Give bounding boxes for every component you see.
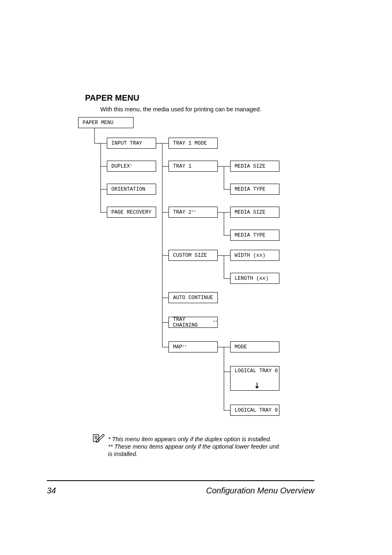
menu-tray-chaining: TRAY CHAINING**	[168, 317, 218, 328]
menu-root: PAPER MENU	[78, 117, 134, 128]
menu-duplex: DUPLEX*	[107, 161, 156, 172]
menu-length: LENGTH (xx)	[230, 273, 279, 284]
menu-tray-chaining-label: TRAY CHAINING	[173, 317, 213, 328]
menu-duplex-label: DUPLEX	[111, 164, 130, 169]
footer-title: Configuration Menu Overview	[206, 486, 314, 495]
svg-rect-27	[93, 435, 99, 442]
map-sup: **	[182, 345, 187, 349]
menu-map-label: MAP	[173, 344, 182, 350]
tray-chaining-sup: **	[213, 320, 217, 325]
menu-custom-size: CUSTOM SIZE	[168, 250, 218, 261]
menu-width: WIDTH (xx)	[230, 250, 279, 261]
menu-orientation: ORIENTATION	[107, 184, 156, 195]
menu-auto-continue: AUTO CONTINUE	[168, 292, 218, 303]
footnote-text: * This menu item appears only if the dup…	[108, 435, 285, 458]
menu-tray1-mode: TRAY 1 MODE	[168, 138, 218, 149]
menu-media-type-2: MEDIA TYPE	[230, 230, 279, 241]
note-icon	[93, 434, 105, 445]
footnote-line-1: * This menu item appears only if the dup…	[108, 436, 271, 442]
down-arrow-icon: ⇣	[254, 383, 260, 389]
logical-tray-0: LOGICAL TRAY 0	[235, 368, 278, 374]
menu-tray1: TRAY 1	[168, 161, 218, 172]
intro-text: With this menu, the media used for print…	[100, 106, 261, 113]
menu-media-size-1: MEDIA SIZE	[230, 161, 279, 172]
menu-input-tray: INPUT TRAY	[107, 138, 156, 149]
menu-media-type-1: MEDIA TYPE	[230, 184, 279, 195]
menu-tray2: TRAY 2**	[168, 207, 218, 218]
menu-logical-tray-range: LOGICAL TRAY 0 ⇣	[230, 366, 279, 391]
page-number: 34	[47, 486, 56, 495]
tray2-sup: **	[191, 210, 196, 214]
menu-mode: MODE	[230, 341, 279, 352]
menu-map: MAP**	[168, 341, 218, 352]
footer-rule	[47, 480, 314, 481]
menu-page-recovery: PAGE RECOVERY	[107, 207, 156, 218]
footnote-line-2: ** These menu items appear only if the o…	[108, 443, 279, 457]
menu-media-size-2: MEDIA SIZE	[230, 207, 279, 218]
menu-tree-diagram: PAPER MENU INPUT TRAY DUPLEX* ORIENTATIO…	[78, 117, 308, 429]
menu-logical-tray-9: LOGICAL TRAY 9	[230, 405, 279, 416]
duplex-sup: *	[130, 164, 132, 168]
menu-tray2-label: TRAY 2	[173, 210, 191, 215]
section-heading: PAPER MENU	[85, 93, 139, 103]
